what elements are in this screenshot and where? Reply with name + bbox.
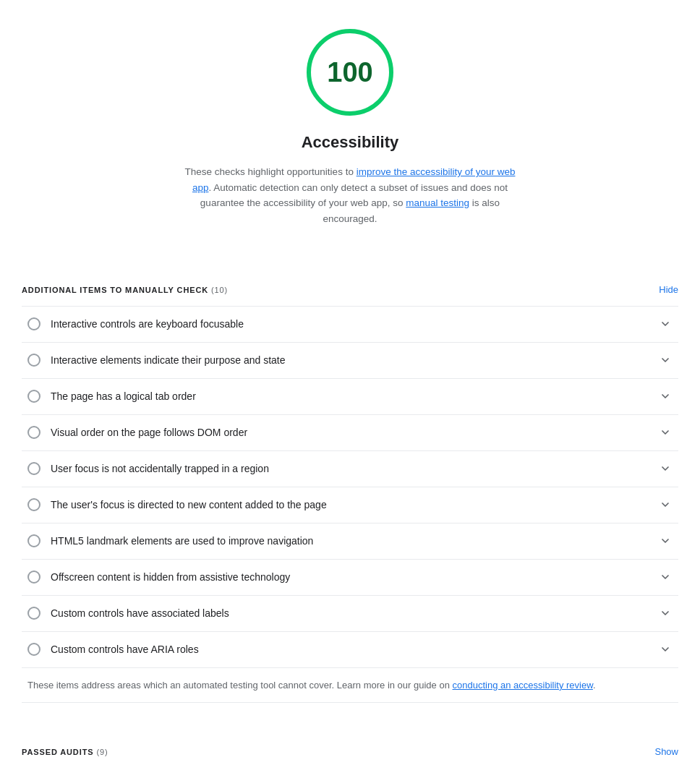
audit-item-label: Interactive controls are keyboard focusa…	[51, 317, 244, 332]
manual-check-footer: These items address areas which an autom…	[22, 668, 678, 704]
audit-item-label: Visual order on the page follows DOM ord…	[51, 425, 247, 440]
chevron-down-icon	[658, 606, 673, 620]
manual-check-title: ADDITIONAL ITEMS TO MANUALLY CHECK (10)	[22, 284, 228, 296]
chevron-down-icon	[658, 461, 673, 476]
audit-item[interactable]: The user's focus is directed to new cont…	[22, 487, 678, 523]
chevron-down-icon	[658, 570, 673, 584]
audit-item-left: Visual order on the page follows DOM ord…	[27, 425, 658, 440]
score-section: 100 Accessibility These checks highlight…	[22, 0, 678, 241]
audit-status-circle	[27, 426, 40, 439]
footer-text-before: These items address areas which an autom…	[27, 680, 453, 691]
audit-status-circle	[27, 534, 40, 547]
score-number: 100	[327, 52, 372, 93]
audit-item-left: Interactive controls are keyboard focusa…	[27, 317, 658, 332]
score-description: These checks highlight opportunities to …	[176, 164, 524, 226]
chevron-down-icon	[658, 317, 673, 331]
audit-status-circle	[27, 462, 40, 475]
score-circle: 100	[307, 29, 393, 116]
audit-item-left: Interactive elements indicate their purp…	[27, 353, 658, 368]
audit-item-left: The page has a logical tab order	[27, 389, 658, 404]
audit-item-left: HTML5 landmark elements are used to impr…	[27, 534, 658, 549]
audit-item[interactable]: Offscreen content is hidden from assisti…	[22, 560, 678, 596]
audit-item-label: Custom controls have associated labels	[51, 606, 229, 621]
audit-item-left: Offscreen content is hidden from assisti…	[27, 570, 658, 585]
audit-status-circle	[27, 317, 40, 330]
audit-status-circle	[27, 570, 40, 584]
accessibility-review-link[interactable]: conducting an accessibility review	[453, 680, 593, 691]
chevron-down-icon	[658, 497, 673, 512]
audit-status-circle	[27, 498, 40, 511]
manual-testing-link[interactable]: manual testing	[406, 197, 469, 208]
audit-item[interactable]: Visual order on the page follows DOM ord…	[22, 415, 678, 451]
audit-item[interactable]: The page has a logical tab order	[22, 379, 678, 415]
audit-item-label: The page has a logical tab order	[51, 389, 196, 404]
audit-item-label: The user's focus is directed to new cont…	[51, 497, 327, 513]
manual-check-section: ADDITIONAL ITEMS TO MANUALLY CHECK (10) …	[22, 262, 678, 703]
audit-item-label: Interactive elements indicate their purp…	[51, 353, 286, 368]
passed-audits-count: (9)	[96, 748, 108, 756]
chevron-down-icon	[658, 425, 673, 440]
passed-show-button[interactable]: Show	[654, 745, 678, 759]
description-text-before: These checks highlight opportunities to	[185, 166, 357, 177]
audit-item-left: User focus is not accidentally trapped i…	[27, 461, 658, 476]
audit-item[interactable]: Interactive controls are keyboard focusa…	[22, 307, 678, 343]
manual-check-header: ADDITIONAL ITEMS TO MANUALLY CHECK (10) …	[22, 262, 678, 306]
audit-item-left: Custom controls have associated labels	[27, 606, 658, 621]
passed-audits-header: PASSED AUDITS (9) Show	[22, 725, 678, 765]
audit-item-label: User focus is not accidentally trapped i…	[51, 461, 269, 476]
audit-status-circle	[27, 607, 40, 620]
audit-item[interactable]: HTML5 landmark elements are used to impr…	[22, 523, 678, 560]
audit-item-label: Offscreen content is hidden from assisti…	[51, 570, 290, 585]
chevron-down-icon	[658, 534, 673, 548]
audit-item-label: Custom controls have ARIA roles	[51, 642, 199, 657]
passed-audits-title: PASSED AUDITS (9)	[22, 746, 108, 758]
audit-item[interactable]: User focus is not accidentally trapped i…	[22, 451, 678, 487]
audit-item[interactable]: Interactive elements indicate their purp…	[22, 343, 678, 379]
audit-list: Interactive controls are keyboard focusa…	[22, 306, 678, 668]
footer-text-after: .	[593, 680, 596, 691]
score-title: Accessibility	[302, 130, 399, 154]
passed-audits-section: PASSED AUDITS (9) Show	[22, 725, 678, 765]
chevron-down-icon	[658, 353, 673, 367]
audit-item-left: The user's focus is directed to new cont…	[27, 497, 658, 513]
audit-item-label: HTML5 landmark elements are used to impr…	[51, 534, 313, 549]
audit-status-circle	[27, 390, 40, 403]
audit-item-left: Custom controls have ARIA roles	[27, 642, 658, 657]
chevron-down-icon	[658, 642, 673, 657]
audit-status-circle	[27, 643, 40, 656]
manual-check-count: (10)	[211, 286, 228, 294]
audit-status-circle	[27, 354, 40, 367]
audit-item[interactable]: Custom controls have ARIA roles	[22, 632, 678, 668]
audit-item[interactable]: Custom controls have associated labels	[22, 596, 678, 632]
hide-button[interactable]: Hide	[659, 283, 678, 297]
chevron-down-icon	[658, 389, 673, 403]
